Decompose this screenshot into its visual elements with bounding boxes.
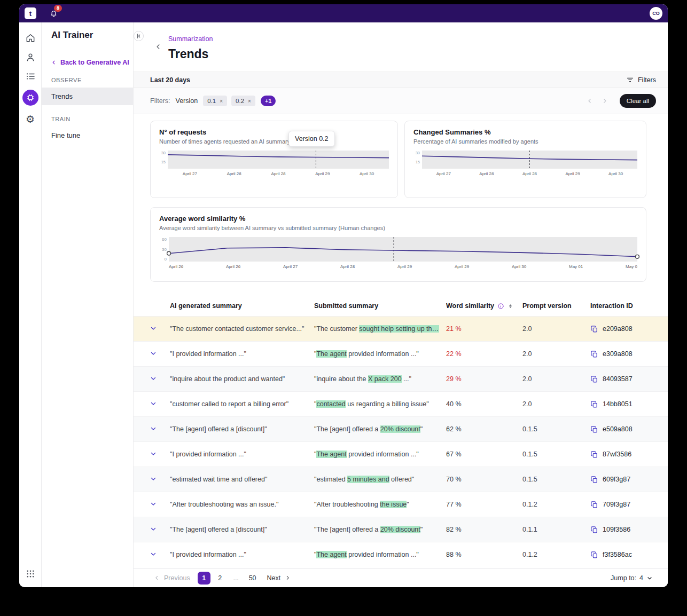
interaction-id-value: 87wf3586	[603, 451, 631, 458]
table-row[interactable]: "customer called to report a billing err…	[134, 391, 668, 416]
tasks-list-icon[interactable]	[25, 70, 36, 82]
ai-summary-cell: "After troubleshooting was an issue."	[170, 501, 314, 508]
copy-icon[interactable]	[590, 375, 598, 383]
filters-button[interactable]: Filters	[626, 76, 656, 84]
table-row[interactable]: "The customer contacted customer service…	[134, 316, 668, 341]
back-link-label: Back to Generative AI	[60, 59, 129, 66]
ai-summary-cell: "The [agent] offered a [discount]"	[170, 425, 314, 433]
expand-row-chevron-icon[interactable]	[150, 525, 157, 533]
col-word-similarity[interactable]: Word similarity	[446, 302, 522, 310]
diff-highlight: The agent	[316, 451, 346, 458]
sidebar: AI Trainer Back to Generative AI OBSERVE…	[42, 22, 134, 587]
expand-row-chevron-icon[interactable]	[150, 550, 157, 558]
table-header: AI generated summary Submitted summary W…	[134, 296, 668, 316]
sidebar-item-fine-tune[interactable]: Fine tune	[42, 127, 133, 144]
train-section-label: TRAIN	[42, 105, 133, 127]
pagination-page[interactable]: 1	[198, 572, 210, 585]
jump-to-value: 4	[639, 574, 643, 582]
app-logo[interactable]: t	[25, 7, 36, 19]
expand-row-chevron-icon[interactable]	[150, 400, 157, 407]
chevron-left-icon	[154, 575, 160, 581]
copy-icon[interactable]	[590, 551, 598, 559]
filter-chip[interactable]: 0.1×	[203, 96, 227, 106]
changed-summaries-chart-card: Changed Summaries % Percentage of AI sum…	[404, 121, 646, 198]
ai-trainer-icon[interactable]	[22, 90, 38, 106]
jump-to-control[interactable]: Jump to: 4	[611, 574, 653, 582]
table-row[interactable]: "inquire about the product and wanted""i…	[134, 366, 668, 391]
expand-row-chevron-icon[interactable]	[150, 450, 157, 457]
pagination-page[interactable]: 2	[214, 572, 227, 585]
support-icon[interactable]	[25, 51, 36, 63]
y-axis-ticks: 60300	[159, 237, 169, 262]
next-label: Next	[267, 574, 281, 582]
back-to-generative-ai-link[interactable]: Back to Generative AI	[42, 59, 133, 66]
filters-prev-button[interactable]	[587, 98, 593, 104]
table-body: "The customer contacted customer service…	[134, 316, 668, 567]
info-icon[interactable]	[497, 303, 504, 310]
previous-page-button[interactable]: Previous	[154, 574, 190, 582]
expand-row-chevron-icon[interactable]	[150, 475, 157, 483]
copy-icon[interactable]	[590, 451, 598, 459]
interaction-id-value: 709f3g87	[603, 501, 630, 508]
settings-gear-icon[interactable]: ⚙	[25, 113, 36, 125]
page-title: Trends	[168, 46, 213, 62]
table-row[interactable]: "I provided information ...""The agent p…	[134, 542, 668, 567]
col-ai-generated-summary: AI generated summary	[170, 302, 314, 310]
app-window: t 8 CO ⚙	[19, 4, 668, 587]
icon-rail: ⚙	[19, 22, 42, 587]
table-row[interactable]: "The [agent] offered a [discount]""The […	[134, 517, 668, 542]
requests-chart-plot	[168, 151, 389, 169]
copy-icon[interactable]	[590, 400, 598, 408]
copy-icon[interactable]	[590, 526, 598, 534]
summaries-table: AI generated summary Submitted summary W…	[134, 296, 668, 567]
table-row[interactable]: "estimated wait time and offered""estima…	[134, 467, 668, 492]
topbar: t 8 CO	[19, 4, 668, 22]
filters-next-button[interactable]	[602, 98, 608, 104]
remove-filter-icon[interactable]: ×	[220, 98, 223, 104]
table-row[interactable]: "After troubleshooting was an issue.""Af…	[134, 492, 668, 517]
word-similarity-chart-card: Average word similarity % Average word s…	[150, 207, 646, 282]
breadcrumb[interactable]: Summarization	[168, 35, 213, 43]
previous-label: Previous	[164, 574, 190, 582]
prompt-version-value: 2.0	[522, 375, 590, 383]
page-back-chevron-icon[interactable]	[155, 43, 162, 50]
more-filters-badge[interactable]: +1	[261, 96, 276, 106]
submitted-summary-cell: "The [agent] offered a 20% discount"	[314, 425, 446, 433]
expand-row-chevron-icon[interactable]	[150, 325, 157, 332]
user-avatar[interactable]: CO	[650, 7, 662, 20]
chevron-down-icon	[646, 575, 653, 581]
sort-icon[interactable]	[508, 303, 513, 309]
sidebar-title: AI Trainer	[42, 30, 133, 41]
word-similarity-chart-subtitle: Average word similarity between AI summa…	[159, 225, 637, 231]
copy-icon[interactable]	[590, 425, 598, 433]
sidebar-item-trends[interactable]: Trends	[42, 88, 133, 105]
table-row[interactable]: "The [agent] offered a [discount]""The […	[134, 416, 668, 441]
home-icon[interactable]	[25, 32, 36, 44]
jump-to-label: Jump to:	[611, 574, 636, 582]
interaction-id-value: 109f3586	[603, 526, 630, 533]
copy-icon[interactable]	[590, 476, 598, 484]
word-similarity-value: 67 %	[446, 451, 522, 458]
pagination-page[interactable]: 50	[246, 572, 260, 585]
sidebar-collapse-button[interactable]	[134, 31, 144, 41]
copy-icon[interactable]	[590, 350, 598, 358]
remove-filter-icon[interactable]: ×	[248, 98, 251, 104]
notifications-button[interactable]: 8	[49, 9, 58, 18]
copy-icon[interactable]	[590, 501, 598, 509]
expand-row-chevron-icon[interactable]	[150, 375, 157, 382]
expand-row-chevron-icon[interactable]	[150, 350, 157, 357]
table-row[interactable]: "I provided information ...""The agent p…	[134, 441, 668, 467]
avatar-initials: CO	[652, 11, 660, 16]
expand-row-chevron-icon[interactable]	[150, 425, 157, 432]
next-page-button[interactable]: Next	[267, 574, 291, 582]
submitted-summary-cell: "inquire about the X pack 200 ..."	[314, 375, 446, 383]
copy-icon[interactable]	[590, 325, 598, 333]
table-row[interactable]: "I provided information ...""The agent p…	[134, 341, 668, 366]
clear-all-button[interactable]: Clear all	[620, 94, 656, 108]
col-interaction-id: Interaction ID	[590, 302, 656, 310]
submitted-summary-cell: "The customer sought help setting up the…	[314, 325, 446, 333]
apps-grid-icon[interactable]	[25, 568, 36, 580]
filter-chip[interactable]: 0.2×	[231, 96, 255, 106]
word-similarity-value: 29 %	[446, 375, 522, 383]
expand-row-chevron-icon[interactable]	[150, 500, 157, 508]
